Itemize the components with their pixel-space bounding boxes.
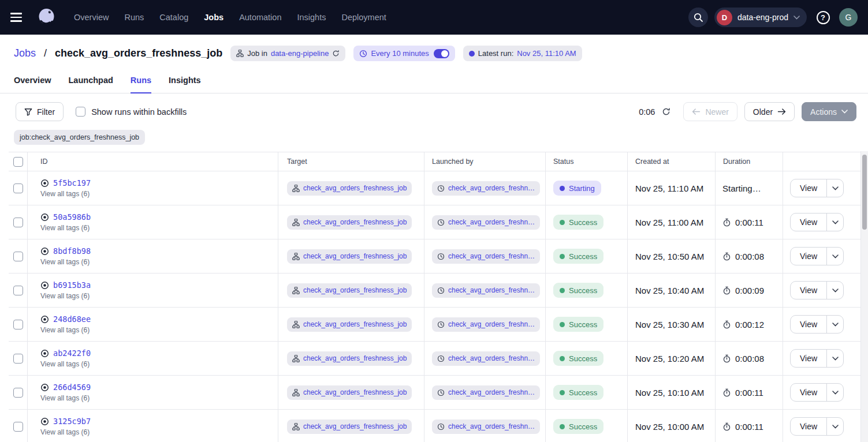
view-run-button[interactable]: View xyxy=(791,418,826,435)
row-checkbox[interactable] xyxy=(13,388,23,398)
target-chip-label: check_avg_orders_freshness_job xyxy=(303,320,407,328)
target-chip[interactable]: check_avg_orders_freshness_job xyxy=(287,215,412,230)
actions-button[interactable]: Actions xyxy=(802,102,856,121)
row-checkbox[interactable] xyxy=(13,286,23,295)
run-id-link[interactable]: b6915b3a xyxy=(53,280,91,290)
run-id-link[interactable]: 5f5bc197 xyxy=(53,178,91,188)
schedule-clock-icon xyxy=(437,253,445,260)
job-filter-tag[interactable]: job:check_avg_orders_freshness_job xyxy=(14,130,145,145)
pipeline-link[interactable]: data-eng-pipeline xyxy=(271,49,329,58)
target-chip[interactable]: check_avg_orders_freshness_job xyxy=(287,249,412,264)
filter-button[interactable]: Filter xyxy=(16,102,64,121)
target-chip[interactable]: check_avg_orders_freshness_job xyxy=(287,351,412,366)
clock-icon xyxy=(359,50,367,58)
nav-link-deployment[interactable]: Deployment xyxy=(341,13,386,22)
launched-by-chip[interactable]: check_avg_orders_freshn… xyxy=(432,215,540,230)
row-checkbox[interactable] xyxy=(13,183,23,193)
latest-run-prefix: Latest run: xyxy=(478,49,513,58)
launched-by-chip[interactable]: check_avg_orders_freshn… xyxy=(432,351,540,366)
reload-location-icon[interactable] xyxy=(332,50,340,57)
view-dropdown-button[interactable] xyxy=(826,418,843,435)
run-id-link[interactable]: 266d4569 xyxy=(53,383,91,392)
view-all-tags-link[interactable]: View all tags (6) xyxy=(40,326,90,334)
refresh-icon[interactable] xyxy=(662,107,670,116)
nav-link-insights[interactable]: Insights xyxy=(297,13,326,22)
schedule-toggle[interactable] xyxy=(434,49,449,58)
newer-button[interactable]: Newer xyxy=(683,102,737,121)
tab-launchpad[interactable]: Launchpad xyxy=(69,76,113,93)
target-chip[interactable]: check_avg_orders_freshness_job xyxy=(287,385,412,400)
dagster-logo-icon[interactable] xyxy=(36,6,58,28)
target-chip[interactable]: check_avg_orders_freshness_job xyxy=(287,317,412,332)
view-dropdown-button[interactable] xyxy=(826,248,843,265)
launched-by-chip[interactable]: check_avg_orders_freshn… xyxy=(432,317,540,332)
view-dropdown-button[interactable] xyxy=(826,384,843,401)
target-chip[interactable]: check_avg_orders_freshness_job xyxy=(287,419,412,434)
run-id-link[interactable]: 8bdf8b98 xyxy=(53,246,91,256)
backfills-checkbox[interactable] xyxy=(76,107,85,117)
row-checkbox[interactable] xyxy=(13,252,23,261)
view-all-tags-link[interactable]: View all tags (6) xyxy=(40,360,90,368)
status-label: Success xyxy=(569,354,597,363)
nav-link-runs[interactable]: Runs xyxy=(124,13,144,22)
nav-link-catalog[interactable]: Catalog xyxy=(159,13,188,22)
view-dropdown-button[interactable] xyxy=(826,179,843,197)
org-selector[interactable]: D data-eng-prod xyxy=(714,8,807,27)
nav-links: Overview Runs Catalog Jobs Automation In… xyxy=(74,13,386,22)
help-button[interactable]: ? xyxy=(813,8,833,27)
nav-link-overview[interactable]: Overview xyxy=(74,13,109,22)
nav-link-automation[interactable]: Automation xyxy=(239,13,281,22)
view-dropdown-button[interactable] xyxy=(826,282,843,299)
launched-by-chip[interactable]: check_avg_orders_freshn… xyxy=(432,181,540,196)
nav-link-jobs[interactable]: Jobs xyxy=(204,13,223,22)
view-run-button[interactable]: View xyxy=(791,248,826,265)
view-all-tags-link[interactable]: View all tags (6) xyxy=(40,190,90,198)
row-checkbox[interactable] xyxy=(13,422,23,432)
view-run-button[interactable]: View xyxy=(791,213,826,231)
view-run-button[interactable]: View xyxy=(791,350,826,367)
breadcrumb-jobs-link[interactable]: Jobs xyxy=(14,47,36,59)
launched-by-chip[interactable]: check_avg_orders_freshn… xyxy=(432,419,540,434)
launched-by-chip[interactable]: check_avg_orders_freshn… xyxy=(432,249,540,264)
run-id-link[interactable]: ab2422f0 xyxy=(53,349,91,358)
view-dropdown-button[interactable] xyxy=(826,213,843,231)
view-all-tags-link[interactable]: View all tags (6) xyxy=(40,394,90,402)
search-button[interactable] xyxy=(688,8,708,27)
view-dropdown-button[interactable] xyxy=(826,350,843,367)
view-all-tags-link[interactable]: View all tags (6) xyxy=(40,224,90,232)
select-all-checkbox[interactable] xyxy=(13,157,23,167)
header-id: ID xyxy=(28,152,278,171)
status-label: Success xyxy=(569,252,597,261)
run-id-link[interactable]: 50a5986b xyxy=(53,212,91,222)
view-all-tags-link[interactable]: View all tags (6) xyxy=(40,428,90,436)
job-icon xyxy=(292,185,300,192)
job-icon xyxy=(292,355,300,362)
scrollbar-thumb[interactable] xyxy=(862,155,867,230)
tab-runs[interactable]: Runs xyxy=(131,76,151,93)
run-id-link[interactable]: 248d68ee xyxy=(53,314,91,324)
schedule-clock-icon xyxy=(437,355,445,362)
row-checkbox[interactable] xyxy=(13,320,23,329)
run-id-link[interactable]: 3125c9b7 xyxy=(53,417,91,426)
view-run-button[interactable]: View xyxy=(791,316,826,333)
row-checkbox[interactable] xyxy=(13,354,23,364)
tab-insights[interactable]: Insights xyxy=(169,76,201,93)
target-chip[interactable]: check_avg_orders_freshness_job xyxy=(287,283,412,298)
tab-overview[interactable]: Overview xyxy=(14,76,51,93)
user-avatar[interactable]: G xyxy=(839,8,858,27)
view-run-button[interactable]: View xyxy=(791,179,826,197)
older-button[interactable]: Older xyxy=(744,102,795,121)
latest-run-link[interactable]: Nov 25, 11:10 AM xyxy=(517,49,576,58)
duration-label: 0:00:11 xyxy=(735,218,763,227)
view-dropdown-button[interactable] xyxy=(826,316,843,333)
target-chip[interactable]: check_avg_orders_freshness_job xyxy=(287,181,412,196)
launched-by-chip[interactable]: check_avg_orders_freshn… xyxy=(432,385,540,400)
view-all-tags-link[interactable]: View all tags (6) xyxy=(40,292,90,300)
view-all-tags-link[interactable]: View all tags (6) xyxy=(40,258,90,266)
view-run-button[interactable]: View xyxy=(791,384,826,401)
stopwatch-icon xyxy=(722,320,731,329)
launched-by-chip[interactable]: check_avg_orders_freshn… xyxy=(432,283,540,298)
view-run-button[interactable]: View xyxy=(791,282,826,299)
row-checkbox[interactable] xyxy=(13,218,23,227)
hamburger-menu-icon[interactable] xyxy=(9,8,28,27)
